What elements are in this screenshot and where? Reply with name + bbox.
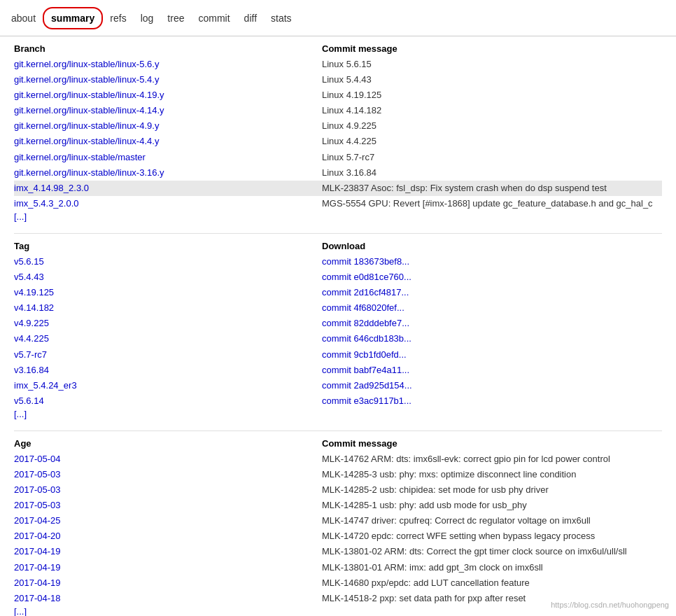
- tag-more[interactable]: [...]: [14, 409, 27, 419]
- branch-link[interactable]: git.kernel.org/linux-stable/linux-4.4.y: [14, 134, 322, 149]
- branch-commit-msg: Linux 5.6.15: [322, 57, 662, 72]
- branch-link[interactable]: git.kernel.org/linux-stable/linux-5.6.y: [14, 57, 322, 72]
- age-more[interactable]: [...]: [14, 606, 27, 616]
- age-commit-msg: MLK-14720 epdc: correct WFE setting when…: [322, 528, 662, 544]
- nav-stats[interactable]: stats: [264, 8, 299, 28]
- branch-link[interactable]: git.kernel.org/linux-stable/linux-3.16.y: [14, 165, 322, 181]
- main-content: Branch git.kernel.org/linux-stable/linux…: [0, 36, 676, 616]
- tag-link[interactable]: v4.4.225: [14, 331, 322, 346]
- download-link[interactable]: commit 9cb1fd0efd...: [322, 347, 662, 363]
- download-link[interactable]: commit babf7e4a11...: [322, 363, 662, 378]
- branch-commit-header: Commit message: [322, 43, 662, 54]
- branch-link[interactable]: git.kernel.org/linux-stable/linux-4.19.y: [14, 88, 322, 103]
- branch-header: Branch: [14, 43, 322, 54]
- age-list: 2017-05-042017-05-032017-05-032017-05-03…: [14, 451, 322, 606]
- branch-commit-list: Linux 5.6.15Linux 5.4.43Linux 4.19.125Li…: [322, 57, 662, 211]
- age-link[interactable]: 2017-04-20: [14, 528, 322, 544]
- branch-list: git.kernel.org/linux-stable/linux-5.6.yg…: [14, 57, 322, 211]
- download-link[interactable]: commit 183673bef8...: [322, 254, 662, 270]
- age-section: Age 2017-05-042017-05-032017-05-032017-0…: [14, 438, 662, 616]
- tag-section: Tag v5.6.15v5.4.43v4.19.125v4.14.182v4.9…: [14, 241, 662, 419]
- age-commit-msg: MLK-13801-01 ARM: imx: add gpt_3m clock …: [322, 560, 662, 575]
- age-link[interactable]: 2017-04-19: [14, 544, 322, 559]
- branch-commit-msg: Linux 4.14.182: [322, 103, 662, 118]
- download-link[interactable]: commit e0d81ce760...: [322, 270, 662, 285]
- branch-link[interactable]: git.kernel.org/linux-stable/linux-4.14.y: [14, 103, 322, 118]
- nav-tree[interactable]: tree: [160, 8, 191, 28]
- branch-commit-msg: Linux 4.4.225: [322, 134, 662, 149]
- nav-commit[interactable]: commit: [191, 8, 237, 28]
- nav-about[interactable]: about: [4, 8, 43, 28]
- age-commit-msg: MLK-14747 driver: cpufreq: Correct dc re…: [322, 513, 662, 528]
- tag-header: Tag: [14, 241, 322, 251]
- tag-link[interactable]: v3.16.84: [14, 363, 322, 378]
- branch-link[interactable]: imx_5.4.3_2.0.0: [14, 196, 322, 211]
- age-link[interactable]: 2017-05-03: [14, 467, 322, 482]
- branch-commit-msg: Linux 5.4.43: [322, 72, 662, 88]
- tag-link[interactable]: v4.14.182: [14, 300, 322, 316]
- branch-commit-msg: Linux 3.16.84: [322, 165, 662, 181]
- age-link[interactable]: 2017-04-18: [14, 591, 322, 606]
- age-commit-col: Commit message MLK-14762 ARM: dts: imx6s…: [322, 438, 662, 616]
- age-commit-msg: MLK-13801-02 ARM: dts: Correct the gpt t…: [322, 544, 662, 559]
- branch-more[interactable]: [...]: [14, 211, 27, 222]
- tag-link[interactable]: v5.7-rc7: [14, 347, 322, 363]
- age-link[interactable]: 2017-05-03: [14, 482, 322, 498]
- age-link[interactable]: 2017-04-19: [14, 575, 322, 591]
- download-header: Download: [322, 241, 662, 251]
- branch-commit-msg: MLK-23837 Asoc: fsl_dsp: Fix system cras…: [322, 181, 662, 196]
- download-link[interactable]: commit 4f68020fef...: [322, 300, 662, 316]
- nav-refs[interactable]: refs: [103, 8, 133, 28]
- tag-link[interactable]: v4.19.125: [14, 285, 322, 300]
- branch-commit-msg: Linux 4.19.125: [322, 88, 662, 103]
- download-link[interactable]: commit 646cdb183b...: [322, 331, 662, 346]
- watermark: https://blog.csdn.net/huohongpeng: [551, 601, 669, 609]
- age-header: Age: [14, 438, 322, 449]
- age-commit-msg: MLK-14762 ARM: dts: imx6sll-evk: correct…: [322, 451, 662, 467]
- branch-link[interactable]: git.kernel.org/linux-stable/linux-5.4.y: [14, 72, 322, 88]
- tag-link[interactable]: v5.6.14: [14, 393, 322, 409]
- tag-link[interactable]: imx_5.4.24_er3: [14, 378, 322, 393]
- nav-summary[interactable]: summary: [43, 7, 103, 29]
- age-link[interactable]: 2017-05-03: [14, 498, 322, 513]
- age-commit-msg: MLK-14680 pxp/epdc: add LUT cancellation…: [322, 575, 662, 591]
- nav-diff[interactable]: diff: [237, 8, 264, 28]
- branch-commit-col: Commit message Linux 5.6.15Linux 5.4.43L…: [322, 43, 662, 222]
- branch-commit-msg: Linux 4.9.225: [322, 118, 662, 134]
- tag-col-left: Tag v5.6.15v5.4.43v4.19.125v4.14.182v4.9…: [14, 241, 322, 419]
- tag-link[interactable]: v5.4.43: [14, 270, 322, 285]
- branch-link[interactable]: git.kernel.org/linux-stable/master: [14, 150, 322, 165]
- age-col-left: Age 2017-05-042017-05-032017-05-032017-0…: [14, 438, 322, 616]
- branch-link[interactable]: imx_4.14.98_2.3.0: [14, 181, 322, 196]
- branch-commit-msg: Linux 5.7-rc7: [322, 150, 662, 165]
- download-link[interactable]: commit 2d16cf4817...: [322, 285, 662, 300]
- age-link[interactable]: 2017-04-19: [14, 560, 322, 575]
- download-link[interactable]: commit 82dddebfe7...: [322, 316, 662, 331]
- tag-link[interactable]: v5.6.15: [14, 254, 322, 270]
- download-link[interactable]: commit 2ad925d154...: [322, 378, 662, 393]
- tag-download-col: Download commit 183673bef8...commit e0d8…: [322, 241, 662, 419]
- age-commit-list: MLK-14762 ARM: dts: imx6sll-evk: correct…: [322, 451, 662, 606]
- age-link[interactable]: 2017-05-04: [14, 451, 322, 467]
- age-commit-header: Commit message: [322, 438, 662, 449]
- download-link[interactable]: commit e3ac9117b1...: [322, 393, 662, 409]
- age-commit-msg: MLK-14285-3 usb: phy: mxs: optimize disc…: [322, 467, 662, 482]
- tag-link[interactable]: v4.9.225: [14, 316, 322, 331]
- branch-commit-msg: MGS-5554 GPU: Revert [#imx-1868] update …: [322, 196, 662, 211]
- age-commit-msg: MLK-14285-2 usb: chipidea: set mode for …: [322, 482, 662, 498]
- download-list: commit 183673bef8...commit e0d81ce760...…: [322, 254, 662, 409]
- branch-link[interactable]: git.kernel.org/linux-stable/linux-4.9.y: [14, 118, 322, 134]
- age-commit-msg: MLK-14285-1 usb: phy: add usb mode for u…: [322, 498, 662, 513]
- tag-list: v5.6.15v5.4.43v4.19.125v4.14.182v4.9.225…: [14, 254, 322, 409]
- branch-section: Branch git.kernel.org/linux-stable/linux…: [14, 43, 662, 222]
- age-link[interactable]: 2017-04-25: [14, 513, 322, 528]
- nav-log[interactable]: log: [134, 8, 161, 28]
- navigation: about summary refs log tree commit diff …: [0, 0, 676, 36]
- branch-col-left: Branch git.kernel.org/linux-stable/linux…: [14, 43, 322, 222]
